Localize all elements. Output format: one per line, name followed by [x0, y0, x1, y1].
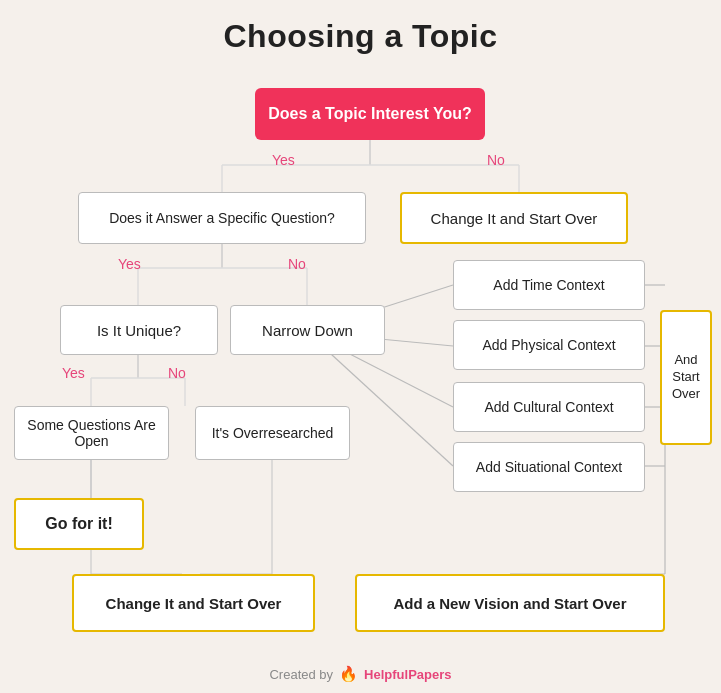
page: Choosing a Topic [0, 0, 721, 693]
brand-icon: 🔥 [339, 665, 358, 683]
yes-label-2: Yes [118, 256, 141, 272]
does-topic-box: Does a Topic Interest You? [255, 88, 485, 140]
page-title: Choosing a Topic [0, 0, 721, 55]
add-time-context-box: Add Time Context [453, 260, 645, 310]
change-start-over-bottom: Change It and Start Over [72, 574, 315, 632]
yes-label-1: Yes [272, 152, 295, 168]
add-cultural-context-box: Add Cultural Context [453, 382, 645, 432]
add-situational-context-box: Add Situational Context [453, 442, 645, 492]
no-label-1: No [487, 152, 505, 168]
change-start-over-top: Change It and Start Over [400, 192, 628, 244]
overresearched-box: It's Overresearched [195, 406, 350, 460]
narrow-down-box: Narrow Down [230, 305, 385, 355]
created-by-label: Created by [269, 667, 333, 682]
yes-label-3: Yes [62, 365, 85, 381]
add-physical-context-box: Add Physical Context [453, 320, 645, 370]
footer: Created by 🔥 HelpfulPapers [0, 665, 721, 683]
add-new-vision-box: Add a New Vision and Start Over [355, 574, 665, 632]
no-label-3: No [168, 365, 186, 381]
some-questions-box: Some Questions Are Open [14, 406, 169, 460]
brand-name: HelpfulPapers [364, 667, 451, 682]
is-unique-box: Is It Unique? [60, 305, 218, 355]
go-for-it-box: Go for it! [14, 498, 144, 550]
and-start-over-box: And Start Over [660, 310, 712, 445]
does-answer-box: Does it Answer a Specific Question? [78, 192, 366, 244]
no-label-2: No [288, 256, 306, 272]
